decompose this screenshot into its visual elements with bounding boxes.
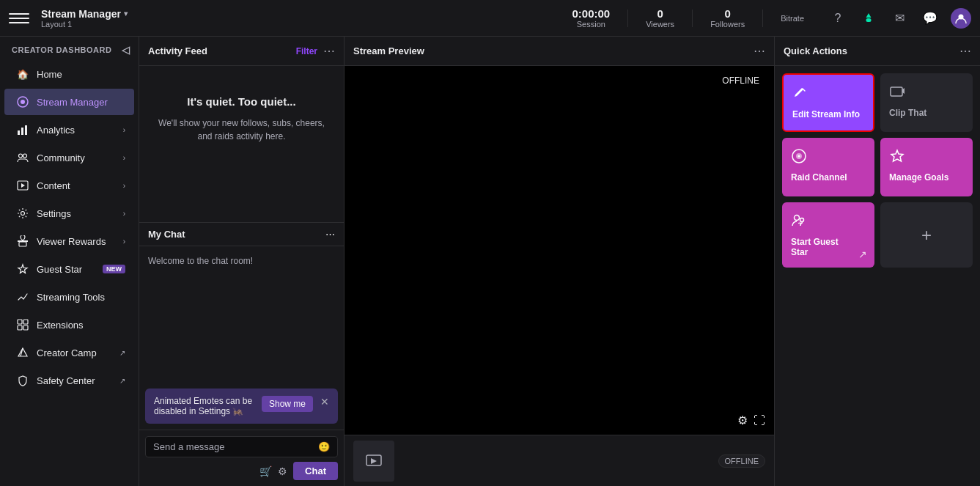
home-icon: 🏠: [16, 67, 29, 81]
hamburger-menu[interactable]: [9, 8, 29, 29]
viewer-rewards-chevron: ›: [123, 238, 125, 246]
svg-marker-24: [891, 150, 903, 161]
stat-viewers: 0 Viewers: [646, 7, 674, 29]
stat-divider-2: [692, 10, 693, 27]
sidebar-item-label: Streaming Tools: [37, 292, 125, 303]
settings-chevron: ›: [123, 210, 125, 218]
quick-action-edit-stream-info[interactable]: Edit Stream Info: [782, 73, 874, 132]
quick-action-start-guest-star[interactable]: Start GuestStar ↗: [782, 202, 874, 268]
manage-goals-label: Manage Goals: [889, 172, 964, 183]
offline-badge: OFFLINE: [716, 73, 765, 88]
creator-camp-icon: [16, 346, 29, 359]
sidebar-item-label: Extensions: [37, 320, 125, 331]
sidebar-item-extensions[interactable]: Extensions: [4, 312, 134, 338]
quick-action-clip-that[interactable]: Clip That: [880, 73, 973, 132]
quick-action-manage-goals[interactable]: Manage Goals: [880, 138, 973, 196]
svg-marker-10: [21, 183, 25, 188]
chat-header-options[interactable]: ⋯: [325, 229, 335, 240]
sidebar-title: CREATOR DASHBOARD: [12, 45, 111, 54]
start-guest-star-label: Start GuestStar: [791, 237, 866, 257]
sidebar-item-safety-center[interactable]: Safety Center ↗: [4, 367, 134, 394]
edit-stream-info-icon: [792, 85, 864, 105]
external-link-icon-safety-center: ↗: [119, 377, 125, 385]
sidebar-item-label: Creator Camp: [37, 347, 112, 358]
sidebar-collapse-button[interactable]: ◁: [122, 44, 130, 56]
sidebar-item-creator-camp[interactable]: Creator Camp ↗: [4, 339, 134, 366]
chat-messages-area: Welcome to the chat room!: [139, 246, 344, 383]
notification-text: Animated Emotes can be disabled in Setti…: [154, 396, 254, 416]
edit-stream-info-label: Edit Stream Info: [792, 109, 864, 119]
sidebar-item-label: Content: [37, 180, 116, 191]
inbox-icon[interactable]: ✉: [889, 8, 910, 29]
quick-actions-title: Quick Actions: [784, 45, 847, 56]
quick-action-add[interactable]: +: [880, 202, 973, 268]
chat-input[interactable]: [153, 441, 318, 452]
sidebar-item-label: Analytics: [37, 125, 116, 136]
svg-rect-0: [866, 18, 872, 22]
stream-bottom-bar: OFFLINE: [345, 435, 774, 486]
chat-send-icon[interactable]: 🙂: [318, 441, 330, 452]
filter-button[interactable]: Filter: [296, 46, 317, 56]
whispers-icon[interactable]: 💬: [920, 8, 940, 29]
svg-rect-6: [25, 125, 27, 135]
activity-feed-options[interactable]: ⋯: [323, 44, 335, 58]
sidebar-item-community[interactable]: Community ›: [4, 144, 134, 171]
clip-that-label: Clip That: [889, 108, 964, 118]
svg-rect-17: [18, 325, 22, 330]
chat-emote-button[interactable]: 🛒: [259, 465, 272, 477]
content-area: Activity Feed Filter ⋯ It's quiet. Too q…: [139, 37, 980, 486]
quick-actions-panel: Quick Actions ⋯ Edit Stream Info Clip Th…: [775, 37, 980, 486]
title-chevron: ▾: [124, 10, 128, 18]
start-guest-star-arrow: ↗: [858, 248, 867, 260]
svg-rect-4: [18, 130, 20, 135]
sidebar-item-stream-manager[interactable]: Stream Manager: [4, 89, 134, 115]
notification-close[interactable]: ✕: [320, 396, 329, 408]
svg-point-25: [795, 216, 800, 221]
sidebar-item-viewer-rewards[interactable]: Viewer Rewards ›: [4, 228, 134, 254]
help-icon[interactable]: ?: [828, 8, 848, 29]
chat-bits-button[interactable]: ⚙: [278, 465, 287, 477]
guest-star-icon: [16, 262, 29, 276]
sidebar-item-streaming-tools[interactable]: Streaming Tools: [4, 284, 134, 310]
sidebar-item-home[interactable]: 🏠 Home: [4, 61, 134, 87]
stream-preview-options[interactable]: ⋯: [754, 44, 765, 58]
svg-rect-18: [23, 325, 28, 330]
stream-fullscreen-icon[interactable]: ⛶: [754, 414, 765, 427]
activity-empty-sub: We'll show your new follows, subs, cheer…: [157, 117, 326, 143]
content-chevron: ›: [123, 182, 125, 190]
sidebar-item-analytics[interactable]: Analytics ›: [4, 117, 134, 143]
stream-settings-icon[interactable]: ⚙: [737, 413, 748, 427]
svg-point-26: [800, 218, 804, 222]
nav-stats: 0:00:00 Session 0 Viewers 0 Followers Bi…: [572, 7, 804, 29]
svg-point-7: [19, 154, 23, 158]
sidebar: CREATOR DASHBOARD ◁ 🏠 Home Stream Manage…: [0, 37, 139, 486]
show-me-button[interactable]: Show me: [262, 396, 313, 412]
avatar[interactable]: [951, 8, 971, 29]
quick-action-raid-channel[interactable]: Raid Channel: [782, 138, 874, 196]
activity-empty-title: It's quiet. Too quiet...: [187, 95, 295, 108]
stat-bitrate: Bitrate: [781, 14, 804, 23]
chat-send-button[interactable]: Chat: [293, 462, 338, 480]
add-action-icon: +: [921, 225, 932, 246]
sidebar-item-content[interactable]: Content ›: [4, 172, 134, 199]
stat-session: 0:00:00 Session: [572, 7, 610, 29]
stream-manager-title-nav[interactable]: Stream Manager ▾ Layout 1: [41, 8, 128, 29]
svg-point-23: [798, 155, 800, 158]
stream-thumbnail: [353, 441, 394, 482]
sidebar-header: CREATOR DASHBOARD ◁: [0, 37, 139, 60]
sidebar-item-label: Safety Center: [37, 375, 112, 386]
top-nav: Stream Manager ▾ Layout 1 0:00:00 Sessio…: [0, 0, 980, 37]
sidebar-item-guest-star[interactable]: Guest Star NEW: [4, 256, 134, 282]
stat-divider-1: [627, 10, 628, 27]
stream-preview-header: Stream Preview ⋯: [345, 37, 774, 66]
drops-icon[interactable]: [858, 8, 879, 29]
chat-welcome-message: Welcome to the chat room!: [148, 256, 253, 266]
stream-preview-controls: ⚙ ⛶: [737, 413, 765, 427]
svg-rect-20: [891, 87, 902, 96]
analytics-icon: [16, 123, 29, 136]
quick-actions-options[interactable]: ⋯: [959, 44, 971, 58]
sidebar-item-settings[interactable]: Settings ›: [4, 200, 134, 227]
stream-preview-video: OFFLINE ⚙ ⛶: [345, 66, 774, 435]
safety-center-icon: [16, 374, 29, 387]
activity-feed-empty: It's quiet. Too quiet... We'll show your…: [139, 66, 344, 222]
